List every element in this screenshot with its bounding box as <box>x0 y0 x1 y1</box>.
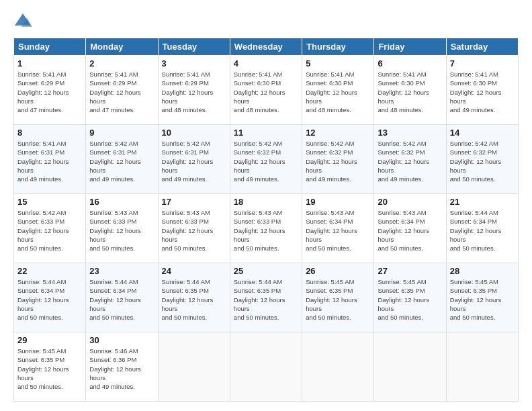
calendar-cell: 25Sunrise: 5:44 AMSunset: 6:35 PMDayligh… <box>230 263 302 332</box>
calendar-body: 1Sunrise: 5:41 AMSunset: 6:29 PMDaylight… <box>14 56 519 402</box>
calendar-cell: 30Sunrise: 5:46 AMSunset: 6:36 PMDayligh… <box>86 332 158 402</box>
calendar-cell: 12Sunrise: 5:42 AMSunset: 6:32 PMDayligh… <box>302 125 374 194</box>
day-number: 28 <box>450 266 515 276</box>
day-number: 23 <box>89 266 154 276</box>
calendar-header-cell: Friday <box>374 38 446 56</box>
calendar-cell <box>158 332 230 402</box>
day-info: Sunrise: 5:44 AMSunset: 6:34 PMDaylight:… <box>450 209 502 252</box>
calendar-cell: 28Sunrise: 5:45 AMSunset: 6:35 PMDayligh… <box>446 263 518 332</box>
day-number: 19 <box>306 197 370 207</box>
day-number: 13 <box>378 128 442 138</box>
day-info: Sunrise: 5:44 AMSunset: 6:35 PMDaylight:… <box>234 278 285 321</box>
day-info: Sunrise: 5:41 AMSunset: 6:30 PMDaylight:… <box>234 71 285 113</box>
calendar-cell <box>302 332 374 402</box>
day-number: 5 <box>306 58 370 68</box>
header <box>13 12 519 31</box>
calendar-cell: 22Sunrise: 5:44 AMSunset: 6:34 PMDayligh… <box>14 263 86 332</box>
calendar-cell: 3Sunrise: 5:41 AMSunset: 6:29 PMDaylight… <box>158 56 230 125</box>
day-number: 20 <box>378 197 442 207</box>
day-number: 6 <box>378 58 442 68</box>
day-info: Sunrise: 5:45 AMSunset: 6:35 PMDaylight:… <box>306 278 357 321</box>
day-info: Sunrise: 5:43 AMSunset: 6:33 PMDaylight:… <box>234 209 285 252</box>
calendar-week-row: 8Sunrise: 5:41 AMSunset: 6:31 PMDaylight… <box>14 125 519 194</box>
day-number: 24 <box>162 266 226 276</box>
day-info: Sunrise: 5:43 AMSunset: 6:34 PMDaylight:… <box>306 209 357 252</box>
day-number: 18 <box>234 197 298 207</box>
day-info: Sunrise: 5:42 AMSunset: 6:32 PMDaylight:… <box>450 140 502 183</box>
calendar-cell: 4Sunrise: 5:41 AMSunset: 6:30 PMDaylight… <box>230 56 302 125</box>
day-info: Sunrise: 5:41 AMSunset: 6:29 PMDaylight:… <box>89 71 141 113</box>
page: SundayMondayTuesdayWednesdayThursdayFrid… <box>0 0 532 411</box>
calendar-cell: 15Sunrise: 5:42 AMSunset: 6:33 PMDayligh… <box>14 194 86 263</box>
calendar-cell: 6Sunrise: 5:41 AMSunset: 6:30 PMDaylight… <box>374 56 446 125</box>
calendar-cell: 19Sunrise: 5:43 AMSunset: 6:34 PMDayligh… <box>302 194 374 263</box>
day-number: 12 <box>306 128 370 138</box>
day-info: Sunrise: 5:42 AMSunset: 6:31 PMDaylight:… <box>89 140 141 183</box>
day-number: 9 <box>89 128 154 138</box>
day-number: 27 <box>378 266 442 276</box>
calendar-cell: 9Sunrise: 5:42 AMSunset: 6:31 PMDaylight… <box>86 125 158 194</box>
calendar-cell: 20Sunrise: 5:43 AMSunset: 6:34 PMDayligh… <box>374 194 446 263</box>
calendar-cell: 13Sunrise: 5:42 AMSunset: 6:32 PMDayligh… <box>374 125 446 194</box>
day-info: Sunrise: 5:42 AMSunset: 6:33 PMDaylight:… <box>17 209 69 252</box>
day-info: Sunrise: 5:43 AMSunset: 6:33 PMDaylight:… <box>89 209 141 252</box>
day-number: 8 <box>17 128 82 138</box>
day-number: 14 <box>450 128 515 138</box>
calendar-cell: 17Sunrise: 5:43 AMSunset: 6:33 PMDayligh… <box>158 194 230 263</box>
day-number: 30 <box>89 335 154 345</box>
calendar-cell: 27Sunrise: 5:45 AMSunset: 6:35 PMDayligh… <box>374 263 446 332</box>
day-info: Sunrise: 5:41 AMSunset: 6:30 PMDaylight:… <box>378 71 429 113</box>
day-number: 29 <box>17 335 82 345</box>
day-number: 1 <box>17 58 82 68</box>
day-number: 22 <box>17 266 82 276</box>
day-number: 10 <box>162 128 226 138</box>
day-info: Sunrise: 5:41 AMSunset: 6:29 PMDaylight:… <box>162 71 214 113</box>
calendar-cell: 21Sunrise: 5:44 AMSunset: 6:34 PMDayligh… <box>446 194 518 263</box>
calendar-week-row: 29Sunrise: 5:45 AMSunset: 6:35 PMDayligh… <box>14 332 519 402</box>
logo-icon <box>13 12 32 31</box>
day-info: Sunrise: 5:42 AMSunset: 6:32 PMDaylight:… <box>306 140 357 183</box>
day-info: Sunrise: 5:41 AMSunset: 6:30 PMDaylight:… <box>306 71 357 113</box>
calendar-header-cell: Thursday <box>302 38 374 56</box>
day-info: Sunrise: 5:41 AMSunset: 6:29 PMDaylight:… <box>17 71 69 113</box>
calendar-cell: 2Sunrise: 5:41 AMSunset: 6:29 PMDaylight… <box>86 56 158 125</box>
calendar-cell: 24Sunrise: 5:44 AMSunset: 6:35 PMDayligh… <box>158 263 230 332</box>
calendar-cell: 10Sunrise: 5:42 AMSunset: 6:31 PMDayligh… <box>158 125 230 194</box>
calendar-cell: 5Sunrise: 5:41 AMSunset: 6:30 PMDaylight… <box>302 56 374 125</box>
calendar-cell: 1Sunrise: 5:41 AMSunset: 6:29 PMDaylight… <box>14 56 86 125</box>
day-info: Sunrise: 5:44 AMSunset: 6:34 PMDaylight:… <box>17 278 69 321</box>
day-info: Sunrise: 5:42 AMSunset: 6:31 PMDaylight:… <box>162 140 214 183</box>
calendar-cell: 23Sunrise: 5:44 AMSunset: 6:34 PMDayligh… <box>86 263 158 332</box>
calendar-cell: 29Sunrise: 5:45 AMSunset: 6:35 PMDayligh… <box>14 332 86 402</box>
calendar-cell: 8Sunrise: 5:41 AMSunset: 6:31 PMDaylight… <box>14 125 86 194</box>
calendar-cell: 16Sunrise: 5:43 AMSunset: 6:33 PMDayligh… <box>86 194 158 263</box>
calendar: SundayMondayTuesdayWednesdayThursdayFrid… <box>13 38 519 402</box>
day-info: Sunrise: 5:45 AMSunset: 6:35 PMDaylight:… <box>17 347 69 390</box>
day-number: 11 <box>234 128 298 138</box>
day-info: Sunrise: 5:44 AMSunset: 6:34 PMDaylight:… <box>89 278 141 321</box>
calendar-cell: 26Sunrise: 5:45 AMSunset: 6:35 PMDayligh… <box>302 263 374 332</box>
calendar-week-row: 1Sunrise: 5:41 AMSunset: 6:29 PMDaylight… <box>14 56 519 125</box>
day-info: Sunrise: 5:45 AMSunset: 6:35 PMDaylight:… <box>378 278 429 321</box>
day-number: 25 <box>234 266 298 276</box>
day-info: Sunrise: 5:42 AMSunset: 6:32 PMDaylight:… <box>234 140 285 183</box>
calendar-week-row: 22Sunrise: 5:44 AMSunset: 6:34 PMDayligh… <box>14 263 519 332</box>
day-info: Sunrise: 5:41 AMSunset: 6:30 PMDaylight:… <box>450 71 502 113</box>
day-number: 2 <box>89 58 154 68</box>
calendar-cell <box>374 332 446 402</box>
calendar-header-cell: Sunday <box>14 38 86 56</box>
calendar-week-row: 15Sunrise: 5:42 AMSunset: 6:33 PMDayligh… <box>14 194 519 263</box>
calendar-cell <box>230 332 302 402</box>
day-number: 15 <box>17 197 82 207</box>
calendar-header-cell: Saturday <box>446 38 518 56</box>
calendar-cell: 7Sunrise: 5:41 AMSunset: 6:30 PMDaylight… <box>446 56 518 125</box>
day-info: Sunrise: 5:43 AMSunset: 6:34 PMDaylight:… <box>378 209 429 252</box>
logo <box>13 12 35 31</box>
day-info: Sunrise: 5:46 AMSunset: 6:36 PMDaylight:… <box>89 347 141 390</box>
day-number: 7 <box>450 58 515 68</box>
day-info: Sunrise: 5:43 AMSunset: 6:33 PMDaylight:… <box>162 209 214 252</box>
calendar-cell: 11Sunrise: 5:42 AMSunset: 6:32 PMDayligh… <box>230 125 302 194</box>
day-number: 3 <box>162 58 226 68</box>
calendar-cell: 14Sunrise: 5:42 AMSunset: 6:32 PMDayligh… <box>446 125 518 194</box>
day-info: Sunrise: 5:45 AMSunset: 6:35 PMDaylight:… <box>450 278 502 321</box>
